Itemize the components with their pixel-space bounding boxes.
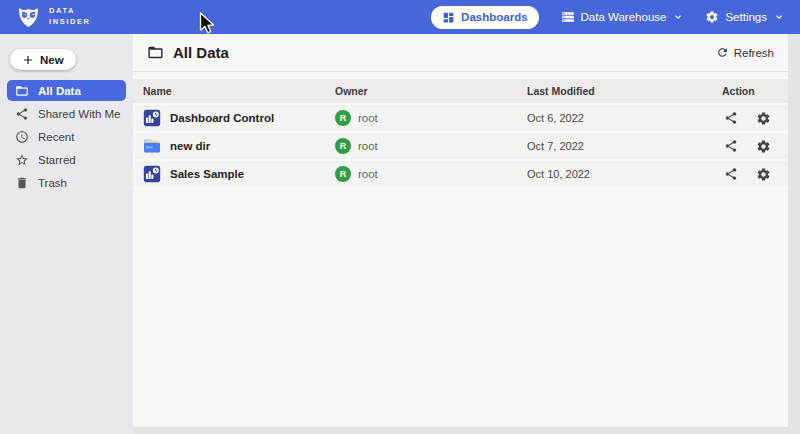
table-row[interactable]: Sales Sample R root Oct 10, 2022	[133, 161, 788, 189]
gear-icon	[705, 10, 719, 24]
clock-icon	[15, 130, 29, 144]
settings-label: Settings	[725, 11, 767, 23]
refresh-button[interactable]: Refresh	[716, 46, 774, 59]
owner-avatar: R	[335, 166, 351, 182]
file-name: Dashboard Control	[170, 112, 274, 124]
file-name-cell: Dashboard Control	[133, 109, 325, 127]
sidebar-item-label: All Data	[38, 85, 81, 97]
sidebar-item-trash[interactable]: Trash	[7, 172, 126, 193]
owl-logo-icon	[16, 5, 41, 30]
action-cell	[712, 111, 788, 126]
new-button[interactable]: New	[10, 49, 76, 70]
sidebar-item-shared-with-me[interactable]: Shared With Me	[7, 103, 126, 124]
table-header-row: Name Owner Last Modified Action	[133, 79, 788, 105]
owner-avatar: R	[335, 138, 351, 154]
brand-text: DATA INSIDER	[49, 6, 91, 28]
star-icon	[15, 153, 29, 167]
sidebar-item-label: Recent	[38, 131, 74, 143]
plus-icon	[22, 54, 34, 66]
owner-cell: R root	[325, 110, 517, 126]
main-content: All Data Refresh Name Owner Last Modifie…	[133, 34, 788, 427]
app-window: DATA INSIDER Dashboards Data W	[0, 0, 800, 434]
trash-icon	[15, 176, 29, 190]
gear-icon[interactable]	[756, 111, 771, 126]
share-icon[interactable]	[724, 139, 738, 153]
sidebar-item-recent[interactable]: Recent	[7, 126, 126, 147]
share-icon[interactable]	[724, 167, 738, 181]
share-icon	[15, 107, 29, 121]
sidebar-item-label: Trash	[38, 177, 67, 189]
navbar-menu: Dashboards Data Warehouse	[431, 6, 784, 29]
sidebar-item-label: Shared With Me	[38, 108, 120, 120]
folder-icon	[147, 44, 164, 61]
action-cell	[712, 139, 788, 154]
file-name-cell: new dir	[133, 137, 325, 155]
owner-cell: R root	[325, 166, 517, 182]
dashboard-grid-icon	[442, 11, 455, 24]
file-name: new dir	[170, 140, 210, 152]
share-icon[interactable]	[724, 111, 738, 125]
last-modified-cell: Oct 7, 2022	[517, 140, 712, 152]
data-warehouse-menu[interactable]: Data Warehouse	[561, 10, 684, 24]
gear-icon[interactable]	[756, 139, 771, 154]
content-header: All Data Refresh	[133, 34, 788, 72]
owner-avatar: R	[335, 110, 351, 126]
dashboards-button[interactable]: Dashboards	[431, 6, 538, 29]
database-icon	[561, 10, 575, 24]
new-button-label: New	[40, 54, 64, 66]
column-header-name: Name	[133, 85, 325, 97]
settings-menu[interactable]: Settings	[705, 10, 784, 24]
chevron-down-icon	[774, 12, 784, 22]
dashboard-file-icon	[143, 109, 161, 127]
top-navbar: DATA INSIDER Dashboards Data W	[0, 0, 800, 34]
file-name: Sales Sample	[170, 168, 244, 180]
brand-line-2: INSIDER	[49, 17, 91, 28]
owner-name: root	[358, 112, 378, 124]
file-name-cell: Sales Sample	[133, 165, 325, 183]
table-body: Dashboard Control R root Oct 6, 2022	[133, 105, 788, 189]
refresh-label: Refresh	[734, 47, 774, 59]
folder-file-icon	[143, 137, 161, 155]
title-wrap: All Data	[147, 44, 229, 61]
sidebar-item-label: Starred	[38, 154, 76, 166]
sidebar-nav: All Data Shared With Me Recent Starred	[0, 80, 133, 193]
column-header-owner: Owner	[325, 85, 517, 97]
table-row[interactable]: Dashboard Control R root Oct 6, 2022	[133, 105, 788, 133]
action-cell	[712, 167, 788, 182]
refresh-icon	[716, 46, 729, 59]
column-header-last-modified: Last Modified	[517, 85, 712, 97]
folder-icon	[15, 84, 29, 98]
brand: DATA INSIDER	[16, 5, 91, 30]
brand-line-1: DATA	[49, 6, 91, 17]
page-title: All Data	[173, 44, 229, 61]
column-header-action: Action	[712, 85, 788, 97]
gear-icon[interactable]	[756, 167, 771, 182]
table-row[interactable]: new dir R root Oct 7, 2022	[133, 133, 788, 161]
last-modified-cell: Oct 6, 2022	[517, 112, 712, 124]
file-table: Name Owner Last Modified Action	[133, 79, 788, 189]
owner-name: root	[358, 168, 378, 180]
sidebar-item-starred[interactable]: Starred	[7, 149, 126, 170]
dashboard-file-icon	[143, 165, 161, 183]
last-modified-cell: Oct 10, 2022	[517, 168, 712, 180]
sidebar-item-all-data[interactable]: All Data	[7, 80, 126, 101]
data-warehouse-label: Data Warehouse	[581, 11, 667, 23]
dashboards-label: Dashboards	[461, 11, 527, 23]
owner-cell: R root	[325, 138, 517, 154]
sidebar: New All Data Shared With Me Recent	[0, 34, 133, 434]
chevron-down-icon	[673, 12, 683, 22]
owner-name: root	[358, 140, 378, 152]
